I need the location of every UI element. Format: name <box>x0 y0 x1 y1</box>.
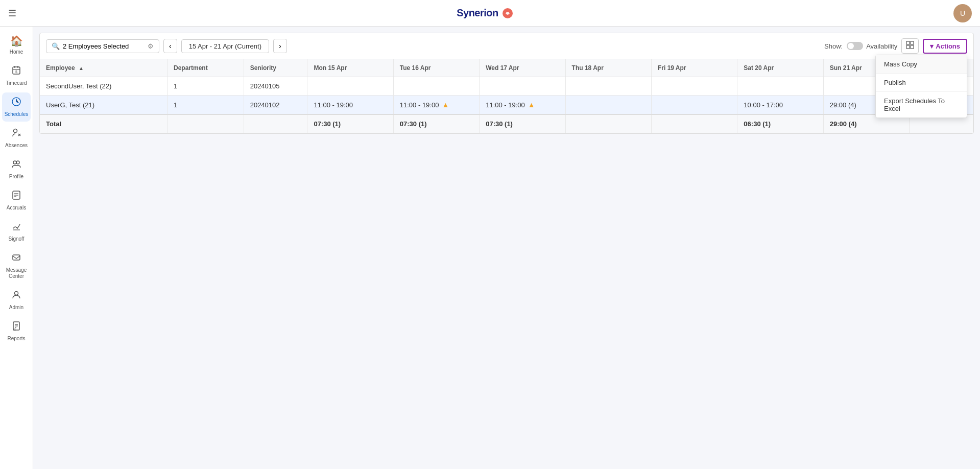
table-footer-row: Total 07:30 (1) 07:30 (1) 07:30 (1) 06:3… <box>40 114 973 133</box>
search-input[interactable]: 2 Employees Selected <box>63 42 145 50</box>
cell-thu-1[interactable] <box>565 77 651 96</box>
dropdown-item-publish[interactable]: Publish <box>876 74 967 92</box>
sidebar-item-label: Schedules <box>5 111 29 118</box>
table-row: UserG, Test (21) 1 20240102 11:00 - 19:0… <box>40 96 973 115</box>
message-center-icon <box>11 252 21 265</box>
footer-fri <box>651 114 737 133</box>
cell-dept-2: 1 <box>167 96 244 115</box>
topbar: ☰ Synerion U <box>0 0 980 27</box>
logo-area: Synerion <box>457 7 513 19</box>
cell-mon-1[interactable] <box>307 77 393 96</box>
sidebar-item-admin[interactable]: Admin <box>2 286 31 315</box>
cell-tue-1[interactable] <box>393 77 479 96</box>
footer-sat: 06:30 (1) <box>737 114 823 133</box>
svg-point-10 <box>13 161 16 164</box>
sidebar-item-schedules[interactable]: Schedules <box>2 92 31 122</box>
cell-seniority-2: 20240102 <box>244 96 307 115</box>
cell-employee-2[interactable]: UserG, Test (21) <box>40 96 167 115</box>
prev-week-button[interactable]: ‹ <box>163 39 177 53</box>
avatar[interactable]: U <box>953 4 972 22</box>
time-cell-wed-2: 11:00 - 19:00 ▲ <box>486 101 559 109</box>
svg-rect-25 <box>911 41 914 44</box>
cell-mon-2[interactable]: 11:00 - 19:00 <box>307 96 393 115</box>
availability-toggle-container: Availability <box>847 42 897 50</box>
grid-view-button[interactable] <box>901 38 919 54</box>
footer-seniority <box>244 114 307 133</box>
availability-toggle[interactable] <box>847 42 863 50</box>
col-header-department: Department <box>167 59 244 77</box>
svg-point-11 <box>16 161 19 164</box>
cell-sat-2[interactable]: 10:00 - 17:00 <box>737 96 823 115</box>
sidebar-item-home[interactable]: 🏠 Home <box>2 31 31 59</box>
footer-label: Total <box>40 114 167 133</box>
actions-container: ▾ Actions Mass Copy Publish Export Sched… <box>923 39 967 54</box>
signoff-icon <box>11 221 21 234</box>
sidebar-item-accruals[interactable]: Accruals <box>2 186 31 215</box>
main-content: 🔍 2 Employees Selected ⚙ ‹ 15 Apr - 21 A… <box>33 27 980 469</box>
accruals-icon <box>11 190 21 203</box>
sidebar-item-reports[interactable]: Reports <box>2 317 31 346</box>
col-header-tue: Tue 16 Apr <box>393 59 479 77</box>
filter-icon[interactable]: ⚙ <box>148 42 154 50</box>
schedule-table: Employee ▲ Department Seniority Mon 15 A… <box>40 59 973 133</box>
cell-thu-2[interactable] <box>565 96 651 115</box>
svg-rect-24 <box>906 41 910 44</box>
main-layout: 🏠 Home $ Timecard Schedules Absences P <box>0 27 980 469</box>
cell-wed-1[interactable] <box>480 77 565 96</box>
warning-icon: ▲ <box>442 101 449 109</box>
cell-dept-1: 1 <box>167 77 244 96</box>
sidebar-item-absences[interactable]: Absences <box>2 124 31 153</box>
admin-icon <box>11 290 21 302</box>
dropdown-item-export-schedules[interactable]: Export Schedules To Excel <box>876 92 967 118</box>
col-header-mon: Mon 15 Apr <box>307 59 393 77</box>
reports-icon <box>11 321 21 334</box>
cell-tue-2[interactable]: 11:00 - 19:00 ▲ <box>393 96 479 115</box>
grid-icon <box>906 41 914 49</box>
sidebar-item-label: Signoff <box>9 236 25 242</box>
sidebar-item-label: Accruals <box>7 205 26 211</box>
footer-wed: 07:30 (1) <box>480 114 565 133</box>
dropdown-item-mass-copy[interactable]: Mass Copy <box>876 55 967 74</box>
svg-point-18 <box>15 292 18 295</box>
actions-dropdown: Mass Copy Publish Export Schedules To Ex… <box>875 55 967 118</box>
sidebar-item-label: Admin <box>9 304 23 311</box>
svg-rect-23 <box>13 328 16 331</box>
absences-icon <box>11 128 21 140</box>
table-header-row: Employee ▲ Department Seniority Mon 15 A… <box>40 59 973 77</box>
profile-icon <box>11 159 21 172</box>
show-label: Show: <box>824 42 843 50</box>
actions-label: Actions <box>936 42 960 50</box>
cell-employee-1[interactable]: SecondUser, Test (22) <box>40 77 167 96</box>
date-range-button[interactable]: 15 Apr - 21 Apr (Current) <box>181 39 269 53</box>
footer-dept <box>167 114 244 133</box>
cell-fri-2[interactable] <box>651 96 737 115</box>
cell-fri-1[interactable] <box>651 77 737 96</box>
search-icon: 🔍 <box>52 42 60 50</box>
sidebar-item-timecard[interactable]: $ Timecard <box>2 61 31 90</box>
availability-label: Availability <box>866 42 897 50</box>
cell-sat-1[interactable] <box>737 77 823 96</box>
sidebar-item-label: Profile <box>9 174 23 180</box>
footer-tue: 07:30 (1) <box>393 114 479 133</box>
sidebar-item-message-center[interactable]: Message Center <box>2 248 31 284</box>
sidebar-item-signoff[interactable]: Signoff <box>2 217 31 246</box>
next-week-button[interactable]: › <box>273 39 287 53</box>
time-cell-tue-2: 11:00 - 19:00 ▲ <box>400 101 473 109</box>
schedule-panel: 🔍 2 Employees Selected ⚙ ‹ 15 Apr - 21 A… <box>39 33 974 134</box>
warning-icon: ▲ <box>528 101 535 109</box>
hamburger-icon[interactable]: ☰ <box>8 8 16 19</box>
timecard-icon: $ <box>11 65 21 78</box>
col-header-fri: Fri 19 Apr <box>651 59 737 77</box>
cell-wed-2[interactable]: 11:00 - 19:00 ▲ <box>480 96 565 115</box>
app-logo: Synerion <box>457 7 513 19</box>
actions-button[interactable]: ▾ Actions <box>923 39 967 54</box>
sort-icon: ▲ <box>79 65 84 71</box>
search-box[interactable]: 🔍 2 Employees Selected ⚙ <box>46 39 159 53</box>
sidebar: 🏠 Home $ Timecard Schedules Absences P <box>0 27 33 469</box>
sidebar-item-profile[interactable]: Profile <box>2 155 31 184</box>
col-header-sat: Sat 20 Apr <box>737 59 823 77</box>
svg-rect-26 <box>906 45 910 49</box>
table-row: SecondUser, Test (22) 1 20240105 <box>40 77 973 96</box>
footer-mon: 07:30 (1) <box>307 114 393 133</box>
actions-chevron: ▾ <box>930 42 934 50</box>
